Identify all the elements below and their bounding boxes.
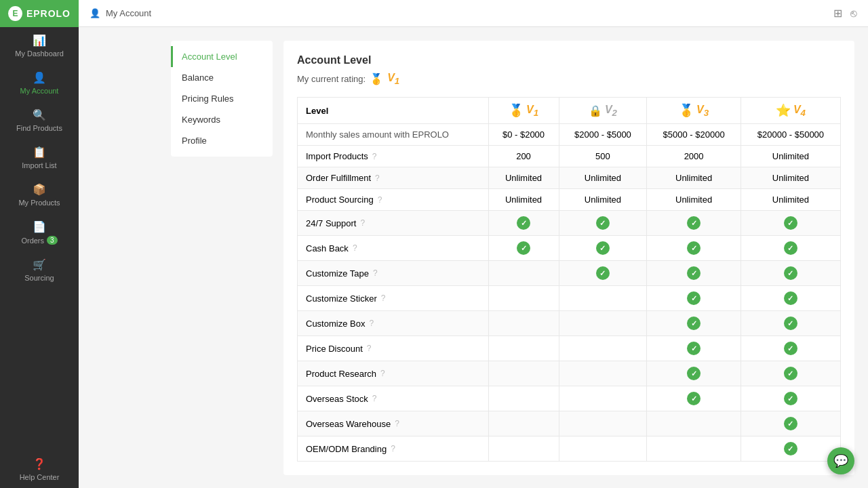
sidebar-label-dashboard: My Dashboard (15, 49, 64, 58)
customize-tape-v3-cell: ✓ (647, 261, 741, 286)
sidebar-item-my-products[interactable]: 📦 My Products (0, 176, 79, 214)
sidebar-nav: 📊 My Dashboard 👤 My Account 🔍 Find Produ… (0, 27, 79, 289)
table-row: Cash Back?✓✓✓✓ (298, 236, 841, 261)
sidebar-item-sourcing[interactable]: 🛒 Sourcing (0, 251, 79, 289)
sidebar-item-dashboard[interactable]: 📊 My Dashboard (0, 27, 79, 64)
help-tooltip-icon[interactable]: ? (373, 268, 378, 278)
sidebar-label-orders: Orders 3 (21, 236, 57, 245)
v1-label: V1 (526, 104, 538, 118)
v4-medal: ⭐ (776, 103, 791, 118)
overseas-warehouse-v4-cell: ✓ (741, 411, 840, 436)
support-24-7-v3-cell: ✓ (647, 211, 741, 236)
help-tooltip-icon[interactable]: ? (369, 319, 374, 328)
feature-name: Product Research (306, 369, 376, 379)
import-products-v1-cell: 200 (488, 146, 559, 167)
v1-sales: $0 - $2000 (488, 124, 559, 146)
sub-menu-keywords[interactable]: Keywords (171, 109, 273, 130)
customize-tape-v1-cell (488, 261, 559, 286)
sidebar-item-import-list[interactable]: 📋 Import List (0, 139, 79, 176)
help-tooltip-icon[interactable]: ? (378, 195, 382, 205)
sub-menu-profile[interactable]: Profile (171, 130, 273, 151)
customize-tape-v2-cell: ✓ (559, 261, 647, 286)
customize-tape-v4-cell: ✓ (741, 261, 840, 286)
help-tooltip-icon[interactable]: ? (381, 293, 386, 303)
sidebar-item-orders[interactable]: 📄 Orders 3 (0, 214, 79, 251)
sidebar-label-sourcing: Sourcing (24, 274, 54, 282)
product-sourcing-v3-cell: Unlimited (647, 189, 741, 211)
sub-menu-pricing-rules[interactable]: Pricing Rules (171, 88, 273, 109)
help-tooltip-icon[interactable]: ? (360, 218, 365, 228)
orders-icon: 📄 (33, 220, 46, 233)
customize-box-v2-cell (559, 311, 647, 336)
import-products-v4-cell: Unlimited (741, 146, 840, 167)
order-fulfillment-v4-cell: Unlimited (741, 167, 840, 189)
help-tooltip-icon[interactable]: ? (380, 369, 385, 378)
features-table-body: Import Products?2005002000UnlimitedOrder… (298, 146, 841, 462)
cash-back-v2-cell: ✓ (559, 236, 647, 261)
find-products-icon: 🔍 (33, 108, 46, 121)
feature-name: Product Sourcing (306, 195, 374, 205)
customize-box-v3-cell: ✓ (647, 311, 741, 336)
price-discount-v3-cell: ✓ (647, 336, 741, 361)
table-row: Order Fulfillment?UnlimitedUnlimitedUnli… (298, 167, 841, 189)
content-wrapper: Account Level Balance Pricing Rules Keyw… (171, 41, 854, 475)
topbar-icon-2[interactable]: ⎋ (850, 7, 857, 20)
sidebar-item-find-products[interactable]: 🔍 Find Products (0, 102, 79, 139)
sidebar: E EPROLO 📊 My Dashboard 👤 My Account 🔍 F… (0, 0, 79, 488)
help-tooltip-icon[interactable]: ? (375, 174, 380, 183)
customize-box-v1-cell (488, 311, 559, 336)
overseas-stock-v4-cell: ✓ (741, 386, 840, 411)
sidebar-item-help[interactable]: ❓ Help Center (0, 451, 79, 488)
logo[interactable]: E EPROLO (0, 0, 79, 27)
sidebar-label-account: My Account (20, 87, 59, 95)
table-row: Customize Tape?✓✓✓ (298, 261, 841, 286)
cash-back-v3-cell: ✓ (647, 236, 741, 261)
v4-sales: $20000 - $50000 (741, 124, 840, 146)
sidebar-item-account[interactable]: 👤 My Account (0, 64, 79, 102)
main-panel: Account Level My current rating: 🥇 V1 Le… (283, 41, 854, 475)
feature-name: Cash Back (306, 243, 349, 253)
oem-odm-v2-cell (559, 436, 647, 462)
topbar-icon-1[interactable]: ⊞ (833, 7, 842, 20)
topbar-left: 👤 My Account (90, 8, 151, 18)
product-sourcing-v2-cell: Unlimited (559, 189, 647, 211)
feature-label-cell: Product Research? (298, 361, 489, 386)
feature-label-cell: Order Fulfillment? (298, 167, 489, 189)
topbar-title: My Account (106, 8, 151, 18)
sub-menu-account-level[interactable]: Account Level (171, 46, 273, 67)
feature-name: Customize Sticker (306, 293, 377, 304)
overseas-stock-v2-cell (559, 386, 647, 411)
feature-label-cell: OEM/ODM Branding? (298, 436, 489, 462)
help-tooltip-icon[interactable]: ? (395, 419, 399, 428)
feature-name: Overseas Stock (306, 394, 368, 404)
import-products-v2-cell: 500 (559, 146, 647, 167)
feature-name: Import Products (306, 151, 368, 161)
sidebar-label-import-list: Import List (22, 161, 56, 169)
feature-name: Price Discount (306, 344, 363, 354)
chat-button[interactable]: 💬 (827, 447, 854, 474)
price-discount-v4-cell: ✓ (741, 336, 840, 361)
help-tooltip-icon[interactable]: ? (391, 444, 395, 453)
v1-medal: 🥇 (509, 103, 524, 118)
table-row: Price Discount?✓✓ (298, 336, 841, 361)
help-icon: ❓ (33, 458, 46, 470)
help-tooltip-icon[interactable]: ? (367, 344, 372, 353)
v2-label: V2 (605, 104, 617, 118)
help-tooltip-icon[interactable]: ? (372, 152, 377, 161)
help-tooltip-icon[interactable]: ? (353, 243, 357, 253)
feature-label-cell: Customize Sticker? (298, 286, 489, 311)
customize-sticker-v3-cell: ✓ (647, 286, 741, 311)
col-v3-header: 🥇 V3 (647, 98, 741, 124)
cash-back-v1-cell: ✓ (488, 236, 559, 261)
v2-sales: $2000 - $5000 (559, 124, 647, 146)
v3-sales: $5000 - $20000 (647, 124, 741, 146)
help-tooltip-icon[interactable]: ? (372, 394, 377, 403)
main-content: Account Level Balance Pricing Rules Keyw… (157, 27, 868, 488)
overseas-warehouse-v2-cell (559, 411, 647, 436)
product-research-v2-cell (559, 361, 647, 386)
product-sourcing-v4-cell: Unlimited (741, 189, 840, 211)
sub-menu-balance[interactable]: Balance (171, 67, 273, 88)
logo-text: EPROLO (26, 8, 71, 19)
feature-label-cell: 24/7 Support? (298, 211, 489, 236)
v3-medal: 🥇 (679, 103, 694, 118)
